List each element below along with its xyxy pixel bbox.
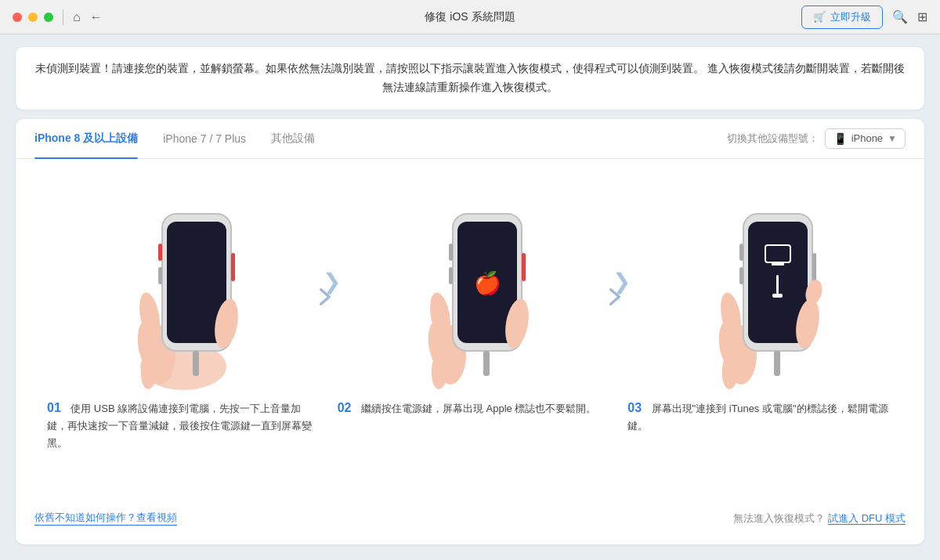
titlebar-right: 🛒 立即升級 🔍 ⊞	[801, 5, 927, 29]
svg-rect-21	[449, 244, 453, 261]
svg-rect-33	[776, 275, 779, 294]
dfu-text: 無法進入恢復模式？	[733, 512, 825, 524]
step-2-number: 02	[338, 401, 352, 414]
cart-icon: 🛒	[813, 11, 826, 23]
svg-rect-32	[772, 262, 784, 266]
svg-rect-37	[739, 267, 743, 284]
device-switcher: 切換其他設備型號： 📱 iPhone ▼	[727, 128, 906, 149]
svg-rect-22	[449, 267, 453, 284]
step-2-svg: 🍎	[392, 175, 548, 394]
footer-row: 依舊不知道如何操作？查看視頻 無法進入恢復模式？ 試進入 DFU 模式	[16, 501, 924, 526]
step-3-svg	[682, 175, 839, 394]
svg-rect-38	[774, 351, 780, 376]
tabs-row: iPhone 8 及以上設備 iPhone 7 / 7 Plus 其他設備 切換…	[16, 119, 924, 159]
svg-rect-35	[812, 253, 816, 281]
search-icon[interactable]: 🔍	[892, 9, 908, 24]
step-3-illustration	[682, 175, 839, 394]
step-1-text: 01 使用 USB 線將設備連接到電腦，先按一下上音量加鍵，再快速按一下音量減鍵…	[34, 394, 325, 452]
svg-rect-10	[158, 267, 162, 284]
step-3: 03 屏幕出現"連接到 iTunes 或電腦"的標誌後，鬆開電源鍵。	[615, 175, 906, 486]
minimize-button[interactable]	[28, 13, 38, 22]
upgrade-button[interactable]: 🛒 立即升級	[801, 5, 883, 29]
dfu-link[interactable]: 試進入 DFU 模式	[828, 512, 906, 525]
step-1-svg	[101, 175, 258, 394]
help-video-link[interactable]: 依舊不知道如何操作？查看視頻	[34, 511, 177, 526]
svg-rect-9	[158, 244, 162, 261]
titlebar-divider	[63, 9, 63, 25]
device-switcher-label: 切換其他設備型號：	[727, 132, 819, 146]
phone-icon: 📱	[833, 132, 847, 145]
step-2-illustration: 🍎	[392, 175, 548, 394]
titlebar: ⌂ ← 修復 iOS 系統問題 🛒 立即升級 🔍 ⊞	[0, 0, 940, 34]
steps-content: 01 使用 USB 線將設備連接到電腦，先按一下上音量加鍵，再快速按一下音量減鍵…	[16, 159, 924, 501]
svg-rect-23	[483, 351, 490, 376]
main-content: 未偵測到裝置！請連接您的裝置，並解鎖螢幕。如果依然無法識別裝置，請按照以下指示讓…	[0, 34, 940, 560]
step-3-description: 屏幕出現"連接到 iTunes 或電腦"的標誌後，鬆開電源鍵。	[627, 403, 888, 432]
tab-iphone8[interactable]: iPhone 8 及以上設備	[34, 119, 138, 158]
close-button[interactable]	[13, 13, 22, 22]
svg-text:🍎: 🍎	[474, 270, 501, 296]
footer-right: 無法進入恢復模式？ 試進入 DFU 模式	[733, 511, 906, 526]
step-2-description: 繼續按住電源鍵，屏幕出現 Apple 標誌也不要鬆開。	[361, 403, 596, 414]
menu-icon[interactable]: ⊞	[917, 9, 927, 24]
arrow-2-icon: ❯	[613, 269, 631, 294]
device-switcher-value: iPhone	[851, 132, 883, 144]
step-1-description: 使用 USB 線將設備連接到電腦，先按一下上音量加鍵，再快速按一下音量減鍵，最後…	[47, 403, 312, 449]
main-card: iPhone 8 及以上設備 iPhone 7 / 7 Plus 其他設備 切換…	[16, 119, 924, 544]
step-1: 01 使用 USB 線將設備連接到電腦，先按一下上音量加鍵，再快速按一下音量減鍵…	[34, 175, 325, 486]
step-3-text: 03 屏幕出現"連接到 iTunes 或電腦"的標誌後，鬆開電源鍵。	[615, 394, 906, 435]
step-2-text: 02 繼續按住電源鍵，屏幕出現 Apple 標誌也不要鬆開。	[325, 394, 616, 417]
step-1-number: 01	[47, 401, 61, 414]
window-title: 修復 iOS 系統問題	[425, 10, 515, 24]
svg-rect-11	[193, 351, 199, 376]
arrow-1-icon: ❯	[323, 269, 341, 294]
titlebar-nav: ⌂ ←	[73, 10, 103, 24]
traffic-lights	[13, 13, 53, 22]
svg-rect-7	[184, 223, 209, 229]
home-icon[interactable]: ⌂	[73, 10, 81, 24]
device-switcher-select[interactable]: 📱 iPhone ▼	[825, 128, 906, 149]
chevron-down-icon: ▼	[888, 133, 897, 144]
maximize-button[interactable]	[44, 13, 53, 22]
step-2: 🍎 02 繼續按住電源鍵，屏幕出現 Ap	[325, 175, 616, 486]
tab-other[interactable]: 其他設備	[271, 119, 315, 158]
step-3-number: 03	[627, 401, 642, 414]
svg-rect-20	[522, 253, 526, 281]
back-icon[interactable]: ←	[90, 10, 103, 24]
upgrade-label: 立即升級	[830, 10, 871, 24]
svg-rect-34	[772, 294, 783, 298]
step-1-illustration	[101, 175, 258, 394]
tab-iphone7[interactable]: iPhone 7 / 7 Plus	[163, 120, 246, 157]
svg-rect-36	[739, 244, 743, 261]
warning-banner: 未偵測到裝置！請連接您的裝置，並解鎖螢幕。如果依然無法識別裝置，請按照以下指示讓…	[16, 47, 924, 110]
warning-text: 未偵測到裝置！請連接您的裝置，並解鎖螢幕。如果依然無法識別裝置，請按照以下指示讓…	[35, 62, 905, 93]
svg-rect-8	[231, 253, 235, 281]
